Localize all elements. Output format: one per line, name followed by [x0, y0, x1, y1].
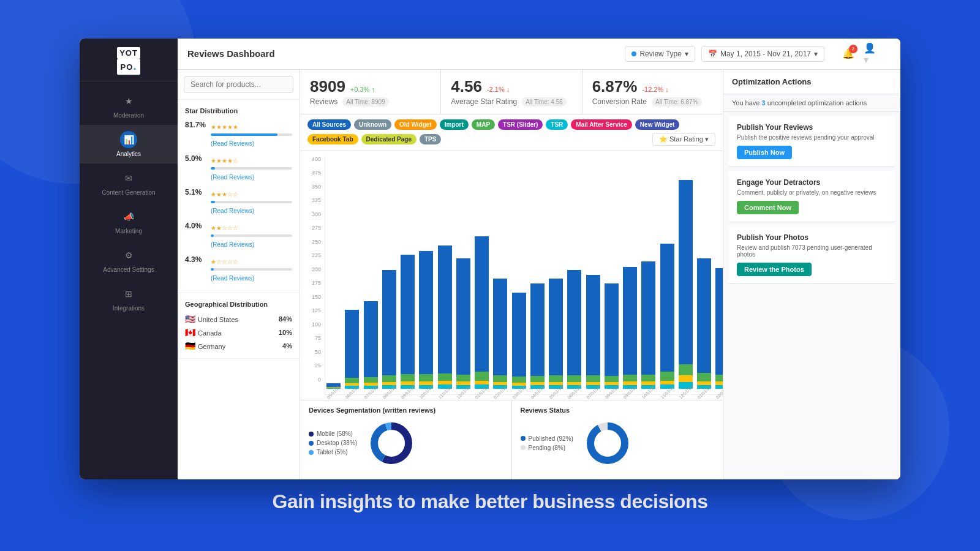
left-panel: Star Distribution 81.7% ★★★★★ (Read Revi… — [178, 70, 300, 479]
filter-tag-all-sources[interactable]: All Sources — [307, 119, 351, 130]
sidebar-item-integrations[interactable]: ⊞ Integrations — [80, 279, 178, 318]
star-row-3: 5.1% ★★★☆☆ (Read Reviews) — [185, 188, 292, 216]
bar-group: 12/01/15 — [455, 156, 472, 394]
filter-tag-facebook-tab[interactable]: Facebook Tab — [307, 134, 358, 144]
review-type-filter[interactable]: Review Type ▾ — [625, 46, 695, 62]
geo-rows: 🇺🇸United States 84% 🇨🇦Canada 10% 🇩🇪Germa… — [185, 314, 292, 351]
bar-group: 12/01/16 — [677, 156, 694, 394]
user-menu[interactable]: 👤 ▾ — [864, 45, 882, 63]
bar-group: 01/01/17 — [696, 156, 712, 394]
opt-card-2: Engage Your Detractors Comment, publicly… — [728, 171, 895, 222]
sidebar-item-integrations-label: Integrations — [113, 305, 145, 312]
date-range-label: May 1, 2015 - Nov 21, 2017 — [720, 50, 811, 58]
opt-btn-3[interactable]: Review the Photos — [737, 263, 812, 276]
star-row-1: 81.7% ★★★★★ (Read Reviews) — [185, 121, 292, 148]
filter-tag-old-widget[interactable]: Old Widget — [394, 119, 437, 130]
status-donut-row: Published (92%)Pending (8%) — [521, 419, 715, 468]
devices-title: Devices Segmentation (written reviews) — [309, 407, 503, 414]
date-range-filter[interactable]: 📅 May 1, 2015 - Nov 21, 2017 ▾ — [701, 46, 824, 62]
sidebar-item-moderation[interactable]: ★ Moderation — [80, 86, 178, 125]
filter-tag-dedicated-page[interactable]: Dedicated Page — [361, 134, 417, 144]
reviews-value: 8909 — [310, 77, 345, 96]
bar-group: 11/01/15 — [437, 156, 453, 394]
sidebar-item-marketing-label: Marketing — [115, 228, 142, 234]
conversion-value: 6.87% — [592, 77, 638, 96]
optimization-header: Optimization Actions — [723, 70, 900, 94]
y-axis: 4003753503253002752502252001751501251007… — [307, 156, 325, 395]
sidebar-nav: ★ Moderation 📊 Analytics ✉ Content Gener… — [80, 81, 178, 318]
bar-group: 01/01/16 — [473, 156, 490, 394]
sidebar-item-analytics[interactable]: 📊 Analytics — [80, 125, 178, 163]
filter-tag-new-widget[interactable]: New Widget — [635, 119, 680, 130]
bar-group: 04/01/16 — [529, 156, 546, 394]
filter-tag-mail-after-service[interactable]: Mail After Service — [571, 119, 632, 130]
search-input[interactable] — [184, 76, 293, 93]
sidebar-item-analytics-label: Analytics — [116, 151, 141, 157]
star-rows: 81.7% ★★★★★ (Read Reviews) 5.0% ★★★★☆ (R… — [185, 121, 292, 283]
optimization-subtitle: You have 3 uncompleted optimization acti… — [723, 94, 900, 112]
legend-item: Pending (8%) — [521, 444, 573, 451]
metrics-row: 8909 +0.3% ↑ Reviews All Time: 8909 4.56 — [300, 70, 723, 114]
avgrating-value: 4.56 — [451, 77, 482, 96]
star-rating-filter[interactable]: ⭐ Star Rating ▾ — [652, 133, 715, 146]
bar-group: 06/01/15 — [344, 156, 360, 394]
star-distribution-title: Star Distribution — [185, 107, 292, 114]
bar-group: 07/01/15 — [363, 156, 379, 394]
tagline: Gain insights to make better business de… — [273, 490, 708, 513]
filter-tag-tps[interactable]: TPS — [420, 134, 441, 144]
filter-tag-import[interactable]: Import — [440, 119, 469, 130]
avgrating-label: Average Star Rating — [451, 97, 517, 106]
status-legends: Published (92%)Pending (8%) — [521, 435, 573, 451]
legend-item: Desktop (38%) — [309, 440, 357, 446]
sidebar-item-marketing[interactable]: 📣 Marketing — [80, 202, 178, 241]
legend-item: Tablet (5%) — [309, 449, 357, 455]
status-donut-chart — [583, 419, 632, 468]
bottom-row: Devices Segmentation (written reviews) M… — [300, 400, 723, 479]
geo-row-2: 🇨🇦Canada 10% — [185, 328, 292, 337]
reviews-alltime: All Time: 8909 — [342, 97, 388, 107]
svg-point-3 — [379, 431, 404, 455]
center-panel: 8909 +0.3% ↑ Reviews All Time: 8909 4.56 — [300, 70, 723, 479]
reviews-status-card: Reviews Status Published (92%)Pending (8… — [512, 400, 723, 479]
main-content: Reviews Dashboard Review Type ▾ 📅 May 1,… — [178, 39, 900, 479]
devices-legends: Mobile (58%)Desktop (38%)Tablet (5%) — [309, 430, 357, 455]
opt-btn-2[interactable]: Comment Now — [737, 201, 799, 214]
bar-group: 07/01/16 — [585, 156, 601, 394]
bars-row: 05/01/15 06/01/15 07/01/15 — [325, 156, 723, 395]
chart-area: 4003753503253002752502252001751501251007… — [300, 151, 723, 400]
search-box — [178, 70, 300, 100]
notification-bell[interactable]: 🔔 2 — [839, 45, 858, 63]
filter-tag-tsr[interactable]: TSR — [546, 119, 568, 130]
sidebar-item-settings[interactable]: ⚙ Advanced Settings — [80, 241, 178, 279]
reviews-change: +0.3% ↑ — [350, 86, 375, 93]
geo-row-1: 🇺🇸United States 84% — [185, 314, 292, 324]
bar-group: 09/01/16 — [622, 156, 638, 394]
bar-group: 09/01/15 — [399, 156, 416, 394]
filter-tag-unknown[interactable]: Unknown — [354, 119, 391, 130]
app-logo: YOT PO. — [80, 39, 178, 81]
legend-item: Mobile (58%) — [309, 430, 357, 437]
opt-btn-1[interactable]: Publish Now — [737, 146, 792, 159]
header-controls: Review Type ▾ 📅 May 1, 2015 - Nov 21, 20… — [625, 45, 891, 63]
devices-donut-row: Mobile (58%)Desktop (38%)Tablet (5%) — [309, 419, 503, 468]
bar-group: 03/01/16 — [511, 156, 527, 394]
star-distribution-section: Star Distribution 81.7% ★★★★★ (Read Revi… — [178, 100, 300, 293]
dashboard-header: Reviews Dashboard Review Type ▾ 📅 May 1,… — [178, 39, 900, 70]
devices-donut-chart — [367, 419, 416, 468]
avgrating-alltime: All Time: 4.56 — [522, 97, 567, 107]
bar-group: 11/01/16 — [659, 156, 676, 394]
conversion-alltime: All Time: 6.87% — [652, 97, 701, 107]
filter-tag-map[interactable]: MAP — [472, 119, 495, 130]
filter-bar: All SourcesUnknownOld WidgetImportMAPTSR… — [300, 114, 723, 151]
star-row-2: 5.0% ★★★★☆ (Read Reviews) — [185, 154, 292, 182]
geo-distribution-title: Geographical Distribution — [185, 301, 292, 308]
reviews-status-title: Reviews Status — [521, 407, 715, 414]
opt-card-1: Publish Your Reviews Publish the positiv… — [728, 116, 895, 167]
star-row-5: 4.3% ★☆☆☆☆ (Read Reviews) — [185, 255, 292, 283]
conversion-label: Conversion Rate — [592, 97, 647, 106]
sidebar-item-content[interactable]: ✉ Content Generation — [80, 163, 178, 202]
legend-item: Published (92%) — [521, 435, 573, 442]
conversion-change: -12.2% ↓ — [642, 86, 668, 93]
metric-conversion: 6.87% -12.2% ↓ Conversion Rate All Time:… — [582, 70, 723, 114]
filter-tag-tsr-(slider)[interactable]: TSR (Slider) — [498, 119, 543, 130]
